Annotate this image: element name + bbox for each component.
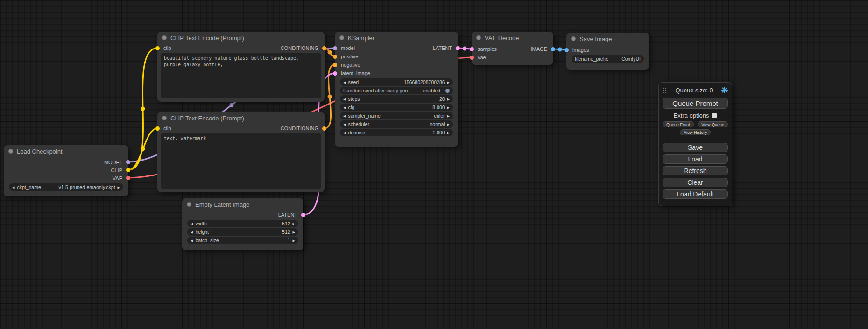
view-queue-button[interactable]: View Queue — [698, 121, 728, 127]
negative-input-dot[interactable] — [333, 63, 337, 67]
conditioning-output-dot[interactable] — [322, 126, 326, 131]
clear-button[interactable]: Clear — [663, 178, 728, 187]
node-collapse-dot[interactable] — [476, 35, 481, 40]
increment-arrow-icon[interactable]: ▶ — [118, 186, 120, 189]
extra-options-row: Extra options — [663, 112, 728, 119]
latent-output-dot[interactable] — [456, 46, 460, 50]
node-save-image[interactable]: Save Image images filename_prefix ComfyU… — [566, 33, 649, 70]
node-title-bar[interactable]: KSampler — [335, 32, 458, 44]
node-load-checkpoint[interactable]: Load Checkpoint MODEL CLIP VAE ◀ ckpt_na… — [4, 145, 128, 196]
slot-row-model-latent: model LATENT — [335, 44, 458, 52]
clip-input-dot[interactable] — [155, 46, 160, 50]
increment-arrow-icon[interactable]: ▶ — [447, 81, 450, 84]
widget-filename-prefix[interactable]: filename_prefix ComfyUI — [572, 55, 644, 63]
drag-handle-icon[interactable] — [663, 87, 667, 93]
node-title-bar[interactable]: Save Image — [566, 33, 649, 45]
decrement-arrow-icon[interactable]: ◀ — [191, 231, 193, 234]
model-input-dot[interactable] — [333, 46, 337, 50]
latent-image-input-dot[interactable] — [333, 71, 337, 76]
view-history-button[interactable]: View History — [680, 129, 711, 135]
queue-front-button[interactable]: Queue Front — [663, 121, 694, 127]
decrement-arrow-icon[interactable]: ◀ — [343, 98, 346, 101]
link-midpoint-dot — [230, 103, 234, 107]
widget-batch-size[interactable]: ◀ batch_size 1 ▶ — [187, 237, 298, 244]
prompt-textarea[interactable]: beautiful scenery nature glass bottle la… — [161, 53, 321, 98]
gear-icon-glyph — [721, 87, 728, 93]
input-slot-images: images — [566, 46, 649, 54]
slot-row-clip-conditioning: clip CONDITIONING — [157, 44, 325, 52]
widget-cfg[interactable]: ◀ cfg 8.000 ▶ — [340, 104, 453, 111]
node-collapse-dot[interactable] — [8, 149, 13, 154]
widget-height[interactable]: ◀ height 512 ▶ — [187, 228, 298, 236]
widget-sampler-name[interactable]: ◀ sampler_name euler ▶ — [340, 112, 453, 119]
increment-arrow-icon[interactable]: ▶ — [447, 123, 450, 126]
node-ksampler[interactable]: KSampler model LATENT positive negative … — [335, 32, 458, 147]
node-collapse-dot[interactable] — [571, 36, 576, 41]
settings-gear-icon[interactable] — [721, 87, 728, 93]
load-default-button[interactable]: Load Default — [663, 189, 728, 199]
node-title-bar[interactable]: CLIP Text Encode (Prompt) — [157, 32, 325, 44]
node-collapse-dot[interactable] — [187, 202, 191, 207]
node-empty-latent-image[interactable]: Empty Latent Image LATENT ◀ width 512 ▶ … — [182, 198, 303, 250]
widget-denoise[interactable]: ◀ denoise 1.000 ▶ — [340, 129, 453, 136]
decrement-arrow-icon[interactable]: ◀ — [343, 114, 346, 118]
queue-size-label: Queue size: 0 — [675, 87, 713, 94]
slot-row-samples-image: samples IMAGE — [472, 45, 553, 53]
node-collapse-dot[interactable] — [339, 35, 344, 40]
decrement-arrow-icon[interactable]: ◀ — [12, 186, 14, 189]
clip-input-dot[interactable] — [155, 126, 160, 131]
node-title: Empty Latent Image — [195, 201, 249, 208]
node-title-bar[interactable]: VAE Decode — [472, 32, 553, 44]
decrement-arrow-icon[interactable]: ◀ — [343, 81, 346, 84]
node-vae-decode[interactable]: VAE Decode samples IMAGE vae — [472, 32, 553, 65]
node-title: Save Image — [579, 35, 612, 42]
node-collapse-dot[interactable] — [162, 116, 167, 120]
conditioning-output-dot[interactable] — [322, 46, 326, 50]
decrement-arrow-icon[interactable]: ◀ — [191, 222, 193, 225]
queue-panel: Queue size: 0 Queue — [658, 82, 732, 206]
model-output-dot[interactable] — [126, 160, 130, 164]
extra-options-checkbox[interactable] — [712, 113, 717, 118]
decrement-arrow-icon[interactable]: ◀ — [191, 239, 193, 242]
widget-width[interactable]: ◀ width 512 ▶ — [187, 220, 298, 227]
node-graph-canvas[interactable]: Load Checkpoint MODEL CLIP VAE ◀ ckpt_na… — [0, 0, 868, 329]
node-title-bar[interactable]: Load Checkpoint — [4, 145, 128, 157]
link-midpoint-dot — [328, 50, 332, 55]
decrement-arrow-icon[interactable]: ◀ — [343, 123, 346, 126]
queue-prompt-button[interactable]: Queue Prompt — [663, 98, 728, 109]
node-title-bar[interactable]: CLIP Text Encode (Prompt) — [157, 112, 325, 124]
load-button[interactable]: Load — [663, 154, 728, 164]
images-input-dot[interactable] — [565, 48, 569, 52]
latent-output-dot[interactable] — [301, 213, 305, 217]
image-output-dot[interactable] — [551, 47, 555, 51]
positive-input-dot[interactable] — [333, 55, 337, 59]
increment-arrow-icon[interactable]: ▶ — [293, 222, 295, 225]
decrement-arrow-icon[interactable]: ◀ — [343, 106, 346, 109]
widget-ckpt-name[interactable]: ◀ ckpt_name v1-5-pruned-emaonly.ckpt ▶ — [9, 183, 123, 191]
vae-input-dot[interactable] — [470, 56, 474, 60]
save-button[interactable]: Save — [663, 143, 728, 152]
samples-input-dot[interactable] — [470, 47, 474, 51]
node-title: Load Checkpoint — [17, 148, 63, 155]
decrement-arrow-icon[interactable]: ◀ — [343, 131, 346, 134]
increment-arrow-icon[interactable]: ▶ — [293, 239, 295, 242]
refresh-button[interactable]: Refresh — [663, 166, 728, 175]
increment-arrow-icon[interactable]: ▶ — [293, 231, 295, 234]
increment-arrow-icon[interactable]: ▶ — [447, 131, 450, 134]
widget-random-seed-toggle[interactable]: Random seed after every gen enabled — [340, 87, 453, 94]
node-clip-text-encode-negative[interactable]: CLIP Text Encode (Prompt) clip CONDITION… — [157, 112, 325, 192]
clip-output-dot[interactable] — [126, 168, 130, 172]
widget-seed[interactable]: ◀ seed 156680208700286 ▶ — [340, 78, 453, 86]
toggle-dot[interactable] — [445, 89, 450, 93]
increment-arrow-icon[interactable]: ▶ — [447, 106, 450, 109]
increment-arrow-icon[interactable]: ▶ — [447, 98, 450, 101]
link-midpoint-dot — [141, 107, 145, 111]
increment-arrow-icon[interactable]: ▶ — [447, 114, 450, 118]
node-title-bar[interactable]: Empty Latent Image — [182, 198, 303, 210]
widget-steps[interactable]: ◀ steps 20 ▶ — [340, 95, 453, 103]
node-collapse-dot[interactable] — [162, 35, 167, 40]
prompt-textarea[interactable]: text, watermark — [161, 133, 321, 189]
vae-output-dot[interactable] — [126, 176, 130, 180]
node-clip-text-encode-positive[interactable]: CLIP Text Encode (Prompt) clip CONDITION… — [157, 32, 325, 102]
widget-scheduler[interactable]: ◀ scheduler normal ▶ — [340, 120, 453, 128]
